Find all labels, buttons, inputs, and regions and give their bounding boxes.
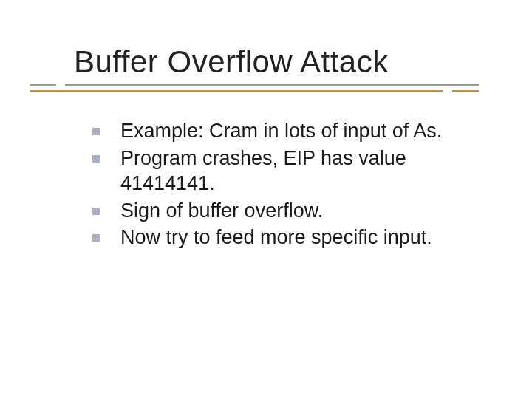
underline-accent-short [452, 90, 479, 92]
list-item: Now try to feed more specific input. [92, 225, 480, 250]
square-bullet-icon [92, 208, 100, 215]
list-item: Sign of buffer overflow. [92, 198, 480, 224]
square-bullet-icon [92, 234, 100, 242]
title-area: Buffer Overflow Attack [74, 44, 488, 95]
bullet-list: Example: Cram in lots of input of As. Pr… [92, 118, 480, 250]
list-item: Example: Cram in lots of input of As. [92, 118, 480, 144]
title-underline [30, 84, 502, 95]
slide-title: Buffer Overflow Attack [74, 44, 488, 80]
square-bullet-icon [92, 155, 100, 163]
bullet-text: Example: Cram in lots of input of As. [120, 120, 442, 142]
list-item: Program crashes, EIP has value 41414141. [92, 146, 480, 197]
bullet-text: Now try to feed more specific input. [120, 226, 432, 248]
underline-gray-short [30, 84, 56, 86]
underline-accent-long [30, 90, 443, 92]
square-bullet-icon [92, 128, 100, 135]
slide: Buffer Overflow Attack Example: Cram in … [0, 0, 532, 399]
bullet-text: Program crashes, EIP has value 41414141. [120, 147, 406, 195]
slide-body: Example: Cram in lots of input of As. Pr… [92, 118, 480, 252]
bullet-text: Sign of buffer overflow. [120, 200, 323, 222]
underline-gray-long [65, 84, 479, 86]
